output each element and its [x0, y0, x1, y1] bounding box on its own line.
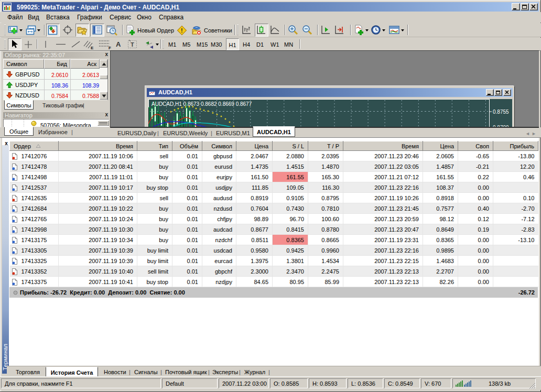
svg-text:!: ! — [181, 27, 183, 34]
svg-text:0.8755: 0.8755 — [493, 109, 509, 115]
svg-text:E: E — [91, 46, 94, 50]
svg-text:T: T — [131, 41, 134, 48]
svg-text:AUDCAD,H1 0.8673 0.8682 0.866: AUDCAD,H1 0.8673 0.8682 0.8669 0.8677 — [152, 101, 252, 107]
svg-text:F: F — [109, 46, 111, 50]
